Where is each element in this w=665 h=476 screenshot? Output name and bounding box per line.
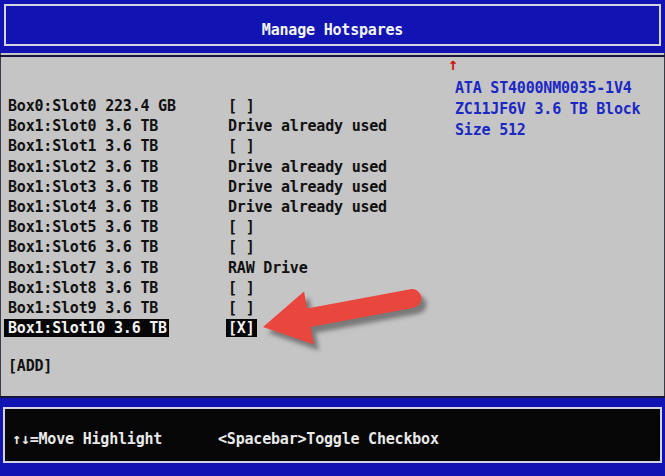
drive-info-line: Size 512 <box>455 121 526 139</box>
drive-label: Box1:Slot10 3.6 TB <box>4 319 169 337</box>
drive-status-text: Drive already used <box>226 178 389 196</box>
drive-row[interactable]: Box1:Slot4 3.6 TB Drive already used <box>0 197 460 217</box>
drive-row[interactable]: Box1:Slot1 3.6 TB [ ] <box>0 136 460 156</box>
hotspare-checkbox[interactable]: [ ] <box>226 97 257 115</box>
page-title: Manage Hotspares <box>0 21 665 39</box>
red-pointer-arrow-icon <box>250 280 432 356</box>
drive-status-text: Drive already used <box>226 198 389 216</box>
hotspare-checkbox[interactable]: [ ] <box>226 218 257 236</box>
drive-row[interactable]: Box1:Slot3 3.6 TB Drive already used <box>0 177 460 197</box>
hotspare-checkbox[interactable]: [ ] <box>226 137 257 155</box>
hint-move-highlight: ↑↓=Move Highlight <box>12 430 162 448</box>
drive-label: Box1:Slot5 3.6 TB <box>4 218 160 236</box>
drive-info-panel: ATA ST4000NM0035-1V4ZC11JF6V 3.6 TB Bloc… <box>455 78 640 141</box>
scroll-up-icon: ↑ <box>448 54 458 74</box>
drive-label: Box1:Slot9 3.6 TB <box>4 299 160 317</box>
drive-row[interactable]: Box1:Slot5 3.6 TB [ ] <box>0 217 460 237</box>
drive-label: Box1:Slot7 3.6 TB <box>4 259 160 277</box>
hint-toggle-checkbox: <Spacebar>Toggle Checkbox <box>218 430 439 448</box>
drive-row[interactable]: Box1:Slot2 3.6 TB Drive already used <box>0 157 460 177</box>
drive-label: Box0:Slot0 223.4 GB <box>4 97 178 115</box>
drive-status-text: Drive already used <box>226 117 389 135</box>
drive-label: Box1:Slot1 3.6 TB <box>4 137 160 155</box>
drive-status-text: RAW Drive <box>226 259 309 277</box>
drive-row[interactable]: Box1:Slot6 3.6 TB [ ] <box>0 237 460 257</box>
title-bar: Manage Hotspares <box>0 0 665 53</box>
drive-info-line: ATA ST4000NM0035-1V4 <box>455 79 632 97</box>
manage-hotspares-screen: Manage Hotspares Box0:Slot0 223.4 GB [ ]… <box>0 0 665 476</box>
footer-divider <box>0 396 665 398</box>
drive-row[interactable]: Box1:Slot0 3.6 TB Drive already used <box>0 116 460 136</box>
drive-label: Box1:Slot4 3.6 TB <box>4 198 160 216</box>
drive-row[interactable]: Box1:Slot7 3.6 TB RAW Drive <box>0 258 460 278</box>
drive-status-text: Drive already used <box>226 158 389 176</box>
drive-label: Box1:Slot6 3.6 TB <box>4 238 160 256</box>
drive-label: Box1:Slot0 3.6 TB <box>4 117 160 135</box>
drive-label: Box1:Slot3 3.6 TB <box>4 178 160 196</box>
drive-label: Box1:Slot8 3.6 TB <box>4 279 160 297</box>
hotspare-checkbox[interactable]: [ ] <box>226 238 257 256</box>
add-button[interactable]: [ADD] <box>8 357 52 377</box>
header-divider <box>0 55 665 57</box>
footer-bar: ↑↓=Move Highlight <Spacebar>Toggle Check… <box>0 396 665 476</box>
drive-label: Box1:Slot2 3.6 TB <box>4 158 160 176</box>
drive-info-line: ZC11JF6V 3.6 TB Block <box>455 100 640 118</box>
drive-row[interactable]: Box0:Slot0 223.4 GB [ ] <box>0 96 460 116</box>
